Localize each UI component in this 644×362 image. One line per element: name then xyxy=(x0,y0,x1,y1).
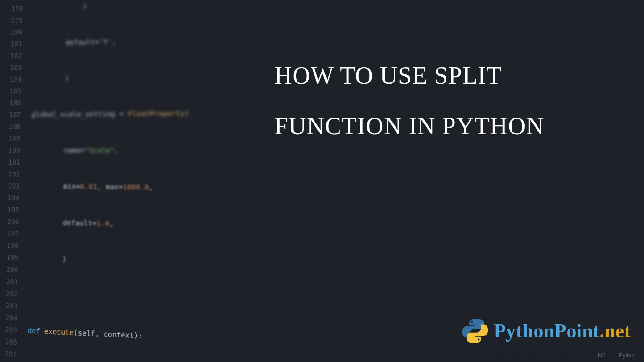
logo-text: PythonPoint.net xyxy=(494,320,631,342)
code-token: (self, context): xyxy=(74,329,143,340)
code-token: global_scale_setting = xyxy=(31,110,128,119)
code-token: "Scale" xyxy=(85,146,115,154)
status-insert-mode: INS xyxy=(596,352,606,359)
line-number-gutter: 176 177 178 179 180 181 182 183 184 185 … xyxy=(0,0,28,362)
code-token: , xyxy=(109,219,114,227)
code-token: 1.0 xyxy=(97,219,109,228)
code-token: name= xyxy=(31,146,85,154)
code-token: ) xyxy=(33,2,87,12)
code-token: ( xyxy=(185,109,190,118)
code-token: ) xyxy=(32,74,69,83)
logo-tld: .net xyxy=(600,320,631,342)
featured-title: HOW TO USE SPLIT FUNCTION IN PYTHON xyxy=(274,51,619,151)
logo-name: PythonPoint xyxy=(494,320,599,342)
code-token: , xyxy=(149,183,153,191)
code-token: execute xyxy=(44,327,74,337)
code-token: min= xyxy=(30,182,80,190)
python-icon xyxy=(462,317,489,345)
code-token: ) xyxy=(29,254,66,263)
status-language: Python xyxy=(619,352,636,359)
code-token: , xyxy=(115,146,119,154)
code-token: default= xyxy=(29,218,97,227)
code-token: def xyxy=(27,327,44,336)
pythonpoint-logo: PythonPoint.net xyxy=(462,317,631,345)
code-token: FloatProperty xyxy=(128,109,185,118)
status-bar: INS Python xyxy=(474,348,644,362)
code-token: default='Y', xyxy=(33,37,116,47)
code-token: 1000.0 xyxy=(123,183,149,191)
code-token: , max= xyxy=(97,182,123,191)
code-token: 0.01 xyxy=(80,182,97,191)
